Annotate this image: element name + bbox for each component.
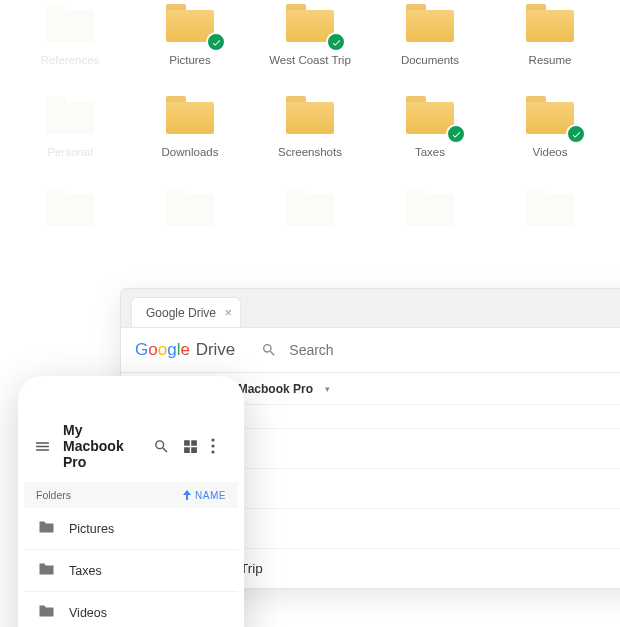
grid-view-icon[interactable]: [182, 438, 199, 455]
desktop-folder[interactable]: Downloads: [130, 96, 250, 158]
folder-label: [68, 238, 71, 250]
phone-file-list: PicturesTaxesVideosWest Coast Trip: [24, 508, 238, 627]
phone-frame: My Macbook Pro Folders NAME PicturesTaxe…: [18, 376, 244, 627]
folder-label: Personal: [47, 146, 92, 158]
desktop-folder[interactable]: [490, 188, 610, 250]
desktop-folder[interactable]: References: [10, 4, 130, 66]
close-icon[interactable]: ×: [224, 306, 232, 319]
desktop-folder[interactable]: [130, 188, 250, 250]
search-icon: [261, 342, 277, 358]
svg-point-1: [211, 444, 214, 447]
phone-app-bar: My Macbook Pro: [24, 416, 238, 482]
folder-icon: [286, 96, 334, 134]
svg-point-0: [211, 438, 214, 441]
browser-tab-bar: Google Drive ×: [121, 289, 620, 327]
desktop-folder[interactable]: [370, 188, 490, 250]
folder-label: Documents: [401, 54, 459, 66]
chevron-down-icon[interactable]: ▾: [325, 384, 330, 394]
folder-label: West Coast Trip: [269, 54, 351, 66]
folder-icon: [166, 188, 214, 226]
svg-point-2: [211, 450, 214, 453]
list-item-label: Videos: [69, 606, 107, 620]
desktop-folder[interactable]: Screenshots: [250, 96, 370, 158]
google-drive-logo: Google Drive: [135, 340, 235, 360]
folder-icon: [406, 4, 454, 42]
desktop-folder[interactable]: Taxes: [370, 96, 490, 158]
sort-button[interactable]: NAME: [183, 490, 226, 501]
desktop-folder[interactable]: [10, 188, 130, 250]
folder-label: Taxes: [415, 146, 445, 158]
phone-title: My Macbook Pro: [63, 422, 141, 470]
desktop-folder-grid: ReferencesPicturesWest Coast TripDocumen…: [0, 0, 620, 250]
list-item-label: Taxes: [69, 564, 102, 578]
folder-icon: [46, 188, 94, 226]
folder-label: [188, 238, 191, 250]
list-item[interactable]: Taxes: [24, 550, 238, 592]
hamburger-menu-icon[interactable]: [34, 438, 51, 455]
list-item[interactable]: Videos: [24, 592, 238, 627]
search-icon[interactable]: [153, 438, 170, 455]
more-vertical-icon[interactable]: [211, 438, 228, 455]
check-icon: [206, 32, 226, 52]
arrow-up-icon: [183, 490, 191, 500]
folder-label: Pictures: [169, 54, 211, 66]
desktop-folder[interactable]: [250, 188, 370, 250]
folder-label: References: [41, 54, 100, 66]
folder-icon: [38, 604, 55, 621]
desktop-folder[interactable]: Pictures: [130, 4, 250, 66]
check-icon: [326, 32, 346, 52]
folder-icon: [526, 4, 574, 42]
search-box[interactable]: [261, 342, 620, 358]
check-icon: [566, 124, 586, 144]
search-input[interactable]: [289, 342, 489, 358]
browser-toolbar: Google Drive: [121, 327, 620, 373]
browser-tab[interactable]: Google Drive ×: [131, 297, 241, 327]
folder-icon: [526, 188, 574, 226]
folder-icon: [46, 4, 94, 42]
desktop-folder[interactable]: Personal: [10, 96, 130, 158]
folder-icon: [38, 520, 55, 537]
list-item[interactable]: Pictures: [24, 508, 238, 550]
section-header: Folders NAME: [24, 482, 238, 508]
folder-icon: [166, 96, 214, 134]
browser-tab-title: Google Drive: [146, 306, 216, 320]
desktop-folder[interactable]: West Coast Trip: [250, 4, 370, 66]
check-icon: [446, 124, 466, 144]
folder-label: [308, 238, 311, 250]
desktop-folder[interactable]: Videos: [490, 96, 610, 158]
folder-icon: [406, 188, 454, 226]
folder-label: Videos: [533, 146, 568, 158]
folder-label: [548, 238, 551, 250]
desktop-folder[interactable]: Documents: [370, 4, 490, 66]
folder-label: Resume: [529, 54, 572, 66]
folder-label: Screenshots: [278, 146, 342, 158]
section-label: Folders: [36, 489, 71, 501]
list-item-label: Pictures: [69, 522, 114, 536]
folder-icon: [286, 188, 334, 226]
desktop-folder[interactable]: Resume: [490, 4, 610, 66]
folder-label: [428, 238, 431, 250]
folder-label: Downloads: [162, 146, 219, 158]
folder-icon: [46, 96, 94, 134]
folder-icon: [38, 562, 55, 579]
